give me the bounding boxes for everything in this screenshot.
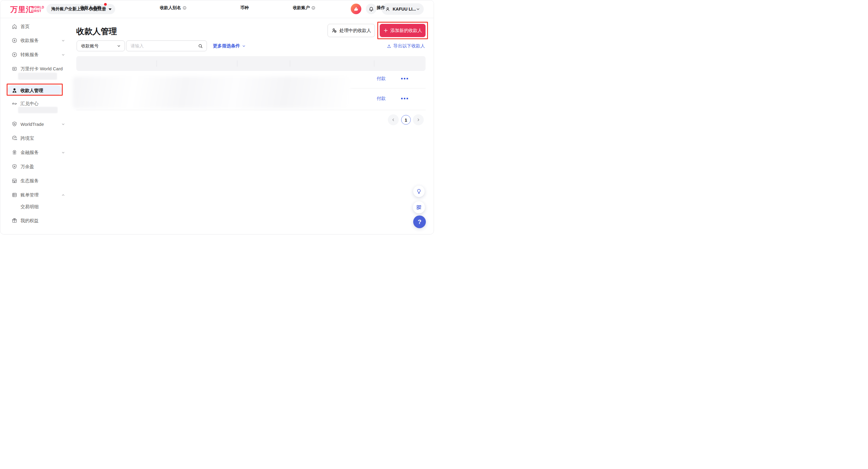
- add-payee-button[interactable]: 添加新的收款人: [380, 24, 426, 37]
- sidebar-item-label: 收款人管理: [21, 88, 43, 93]
- coin-yuan-icon: [11, 149, 18, 155]
- column-header-payee-name: 收款人名称: [80, 0, 101, 15]
- sidebar-item-home[interactable]: 首页: [0, 21, 73, 33]
- notifications-button[interactable]: [366, 4, 376, 14]
- question-mark: ?: [418, 218, 421, 226]
- tips-button[interactable]: [413, 185, 425, 197]
- logo-wanlihui: 万里汇: [10, 4, 34, 14]
- sidebar-item-label: 汇兑中心: [21, 101, 39, 107]
- gift-icon: [11, 217, 18, 224]
- sidebar-item-worldtrade[interactable]: WorldTrade: [0, 118, 73, 130]
- chevron-down-icon: [242, 44, 246, 48]
- shield-trade-icon: [11, 121, 18, 127]
- sidebar-item-label: 我的权益: [21, 218, 39, 224]
- qr-code-icon: [416, 204, 422, 210]
- redacted-text: [18, 73, 57, 80]
- chevron-up-icon: [61, 193, 65, 197]
- search-input[interactable]: [126, 43, 196, 48]
- chevron-down-icon: [61, 151, 65, 154]
- sidebar-item-ecosystem-services[interactable]: 生态服务: [0, 175, 73, 187]
- pagination-next-button[interactable]: [413, 114, 424, 125]
- chevron-down-icon: [61, 122, 65, 126]
- bell-icon: [369, 6, 374, 12]
- column-header-currency: 币种: [240, 0, 249, 15]
- logo-worldfirst: WORLD FIRST: [31, 5, 44, 13]
- app-window: 万里汇 WORLD FIRST 海外账户全新上线！快捷注册 K: [0, 0, 434, 235]
- user-icon: [385, 7, 390, 12]
- home-icon: [11, 24, 18, 30]
- exchange-icon: [11, 100, 18, 107]
- sidebar-item-payee-management[interactable]: 收款人管理: [0, 85, 73, 96]
- chevron-down-icon: [117, 44, 121, 48]
- sidebar-item-label: 账单管理: [21, 192, 39, 198]
- row-2-more-actions-icon[interactable]: [401, 98, 408, 99]
- help-button[interactable]: ?: [413, 215, 426, 228]
- payee-person-icon: [11, 88, 18, 93]
- pagination-prev-button[interactable]: [388, 114, 399, 125]
- column-header-actions: 操作: [377, 0, 385, 15]
- thumbs-up-icon: [353, 6, 359, 12]
- sidebar-item-label: 收款服务: [21, 38, 39, 43]
- chevron-down-icon: [416, 7, 420, 11]
- feedback-thumbs-up-button[interactable]: [351, 4, 361, 14]
- add-payee-label: 添加新的收款人: [391, 28, 422, 33]
- sidebar-item-wanyuying[interactable]: 万余盈: [0, 160, 73, 173]
- svg-text:1688: 1688: [14, 139, 17, 140]
- globe-1688-icon: 1688: [11, 135, 18, 141]
- sidebar-item-label: 交易明细: [21, 204, 39, 210]
- user-menu[interactable]: KAFUU LI...: [381, 3, 424, 15]
- shield-down-icon: [11, 164, 18, 170]
- row-divider: [76, 110, 426, 110]
- sidebar-item-label: WorldTrade: [21, 122, 44, 127]
- search-icon[interactable]: [198, 43, 203, 49]
- top-bar: 万里汇 WORLD FIRST 海外账户全新上线！快捷注册 K: [0, 0, 434, 18]
- page-title: 收款人管理: [76, 26, 117, 37]
- caret-down-icon: [108, 8, 112, 10]
- redacted-text: [18, 107, 58, 113]
- person-clock-icon: [332, 28, 337, 33]
- more-filters-label: 更多筛选条件: [213, 43, 240, 49]
- export-payees-link[interactable]: 导出以下收款人: [386, 43, 425, 49]
- column-divider: [374, 60, 374, 67]
- sidebar-subitem-transaction-details[interactable]: 交易明细: [0, 201, 73, 213]
- sidebar-item-my-benefits[interactable]: 我的权益: [0, 214, 73, 227]
- column-divider: [290, 60, 290, 67]
- notification-dot: [104, 3, 107, 6]
- receive-circle-icon: [11, 37, 18, 43]
- pending-payees-label: 处理中的收款人: [340, 28, 371, 33]
- more-filters-link[interactable]: 更多筛选条件: [213, 43, 246, 49]
- sidebar-item-receive-services[interactable]: 收款服务: [0, 34, 73, 47]
- pay-link-row-1[interactable]: 付款: [377, 76, 386, 82]
- sidebar-item-label: 转账服务: [21, 52, 39, 58]
- sidebar-item-label: 万里付卡 World Card: [21, 66, 63, 72]
- sidebar-item-financial-services[interactable]: 金融服务: [0, 146, 73, 158]
- sidebar-item-transfer-services[interactable]: 转账服务: [0, 49, 73, 61]
- search-input-wrapper: [126, 40, 207, 51]
- info-icon[interactable]: [311, 6, 315, 10]
- table-header: [76, 56, 426, 71]
- sidebar-item-kuajingbao[interactable]: 1688 跨境宝: [0, 132, 73, 144]
- info-icon[interactable]: [183, 6, 187, 10]
- blurred-table-content: [73, 77, 350, 108]
- pay-link-row-2[interactable]: 付款: [377, 96, 386, 101]
- chevron-right-icon: [416, 118, 421, 122]
- chevron-left-icon: [391, 118, 395, 122]
- row-1-more-actions-icon[interactable]: [401, 78, 408, 79]
- sidebar-item-label: 万余盈: [21, 164, 34, 170]
- search-field-select[interactable]: 收款账号: [76, 40, 125, 51]
- chevron-down-icon: [61, 53, 65, 57]
- column-header-payee-account: 收款账户: [293, 0, 315, 15]
- column-header-payee-alias: 收款人别名: [160, 0, 187, 15]
- user-name: KAFUU LI...: [393, 7, 416, 11]
- world-card-icon: [11, 66, 18, 72]
- lightbulb-icon: [416, 188, 422, 194]
- sidebar-item-label: 金融服务: [21, 150, 39, 155]
- pagination-page-1[interactable]: 1: [401, 115, 411, 125]
- transfer-circle-icon: [11, 52, 18, 58]
- chevron-down-icon: [61, 39, 65, 42]
- sidebar-item-bill-management[interactable]: 账单管理: [0, 189, 73, 201]
- pending-payees-button[interactable]: 处理中的收款人: [328, 24, 375, 37]
- search-field-value: 收款账号: [81, 43, 99, 49]
- qr-code-button[interactable]: [413, 201, 425, 213]
- bill-table-icon: [11, 192, 18, 198]
